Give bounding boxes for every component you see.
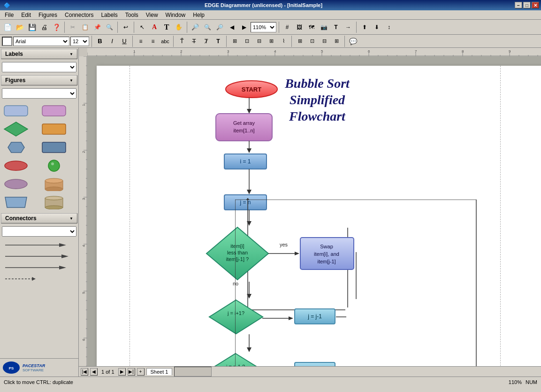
shape-trapezoid[interactable] bbox=[2, 194, 30, 210]
nav-prev[interactable]: ◀ bbox=[90, 368, 98, 376]
align-left-button[interactable]: ≡ bbox=[135, 36, 146, 47]
svg-point-11 bbox=[45, 178, 63, 183]
new-button[interactable]: 📄 bbox=[2, 22, 13, 33]
arrange2-button[interactable]: ⬇ bbox=[371, 22, 382, 33]
shape-hexagon[interactable] bbox=[2, 139, 30, 155]
italic-button[interactable]: I bbox=[107, 36, 118, 47]
close-button[interactable]: ✕ bbox=[532, 2, 539, 8]
sheet-scrollbar[interactable] bbox=[174, 367, 212, 377]
shape-oval-red[interactable] bbox=[2, 157, 30, 174]
menu-tools[interactable]: Tools bbox=[122, 11, 142, 19]
text-style1[interactable]: abc bbox=[160, 36, 171, 47]
zoom-in-button[interactable]: 🔎 bbox=[190, 22, 201, 33]
align2-button[interactable]: ⊞ bbox=[229, 36, 240, 47]
svg-marker-13 bbox=[5, 197, 27, 208]
pic1-button[interactable]: 🖼 bbox=[294, 22, 305, 33]
group2-button[interactable]: ⊡ bbox=[306, 36, 318, 47]
group4-button[interactable]: ⊞ bbox=[331, 36, 342, 47]
menu-help[interactable]: Help bbox=[189, 11, 208, 19]
shape-cylinder[interactable] bbox=[40, 176, 69, 192]
menu-window[interactable]: Window bbox=[162, 11, 190, 19]
text-bold2-button[interactable]: T bbox=[213, 36, 224, 47]
zoom-fit-button[interactable]: 🔍 bbox=[214, 22, 225, 33]
align4-button[interactable]: ⊟ bbox=[253, 36, 265, 47]
canvas-scroll[interactable]: Bubble SortSimplifiedFlowchart bbox=[87, 56, 541, 366]
undo-button[interactable]: ↩ bbox=[120, 22, 131, 33]
find-button[interactable]: 🔍 bbox=[104, 22, 115, 33]
shape-rect-darkblue[interactable] bbox=[40, 139, 69, 155]
arrange3-button[interactable]: ↕ bbox=[383, 22, 395, 33]
align3-button[interactable]: ⊡ bbox=[241, 36, 252, 47]
nav-next[interactable]: ▶ bbox=[118, 368, 126, 376]
menu-file[interactable]: File bbox=[1, 11, 17, 19]
node-get-array[interactable]: Get array item[1..n] bbox=[215, 113, 274, 143]
pic2-button[interactable]: 🗺 bbox=[306, 22, 317, 33]
pic3-button[interactable]: 📷 bbox=[318, 22, 329, 33]
figures-section-header[interactable]: Figures bbox=[1, 75, 77, 85]
group1-button[interactable]: ⊞ bbox=[294, 36, 305, 47]
connector-arrow[interactable] bbox=[2, 240, 76, 250]
nav-last[interactable]: ▶| bbox=[128, 368, 135, 376]
text-edit-button[interactable]: T bbox=[330, 22, 342, 33]
font-size-select[interactable]: 8 10 12 14 16 bbox=[70, 37, 89, 46]
underline-button[interactable]: U bbox=[119, 36, 130, 47]
menu-connectors[interactable]: Connectors bbox=[61, 11, 97, 19]
shape-rect-blue[interactable] bbox=[2, 102, 30, 119]
arrange1-button[interactable]: ⬆ bbox=[359, 22, 370, 33]
connector-style[interactable]: ⌇ bbox=[278, 36, 289, 47]
pan-button[interactable]: ✋ bbox=[173, 22, 184, 33]
zoom-out-button[interactable]: 🔍 bbox=[202, 22, 213, 33]
nav-add[interactable]: + bbox=[137, 368, 145, 376]
bold-button[interactable]: B bbox=[94, 36, 106, 47]
text-above-button[interactable]: T̄ bbox=[176, 36, 187, 47]
maximize-button[interactable]: □ bbox=[523, 2, 531, 8]
cut-button[interactable]: ✂ bbox=[67, 22, 78, 33]
minimize-button[interactable]: − bbox=[515, 2, 522, 8]
shape-rect-purple[interactable] bbox=[40, 102, 69, 119]
nav-first[interactable]: |◀ bbox=[81, 368, 88, 376]
connectors-select[interactable] bbox=[2, 226, 76, 237]
menu-view[interactable]: View bbox=[142, 11, 162, 19]
group3-button[interactable]: ⊟ bbox=[319, 36, 330, 47]
shape-cylinder2[interactable] bbox=[40, 194, 69, 210]
copy-button[interactable]: 📋 bbox=[79, 22, 91, 33]
figures-select[interactable] bbox=[2, 88, 76, 99]
select-button[interactable]: ↖ bbox=[137, 22, 148, 33]
shape-oval-purple[interactable] bbox=[2, 176, 30, 192]
connector-dash[interactable] bbox=[2, 274, 76, 284]
menu-labels[interactable]: Labels bbox=[97, 11, 121, 19]
labels-section-header[interactable]: Labels bbox=[1, 49, 77, 59]
connectors-section-header[interactable]: Connectors bbox=[1, 213, 77, 223]
shape-circle-green[interactable] bbox=[40, 157, 69, 174]
paste-button[interactable]: 📌 bbox=[91, 22, 103, 33]
navbar: |◀ ◀ 1 of 1 ▶ ▶| + Sheet 1 bbox=[79, 366, 541, 377]
zoom-prev-button[interactable]: ◀ bbox=[226, 22, 237, 33]
font-name-select[interactable]: Arial Times New Roman Courier bbox=[13, 37, 69, 46]
labels-select[interactable] bbox=[2, 62, 76, 72]
text-slant-button[interactable]: T̷ bbox=[200, 36, 212, 47]
save-button[interactable]: 💾 bbox=[26, 22, 38, 33]
grid-button[interactable]: # bbox=[282, 22, 293, 33]
zoom-select[interactable]: 50% 75% 100% 110% 125% 150% 200% bbox=[251, 22, 276, 32]
text-strike-button[interactable]: T̶ bbox=[188, 36, 199, 47]
help-button[interactable]: ❓ bbox=[51, 22, 62, 33]
print-button[interactable]: 🖨 bbox=[38, 22, 50, 33]
align5-button[interactable]: ⊞ bbox=[266, 36, 277, 47]
text-t-button[interactable]: T bbox=[161, 22, 172, 33]
diagram-canvas[interactable]: Bubble SortSimplifiedFlowchart bbox=[97, 66, 541, 366]
menu-edit[interactable]: Edit bbox=[17, 11, 35, 19]
sheet-tab-1[interactable]: Sheet 1 bbox=[146, 368, 173, 375]
arrow-r-button[interactable]: → bbox=[343, 22, 354, 33]
menu-figures[interactable]: Figures bbox=[35, 11, 61, 19]
shape-diamond-green[interactable] bbox=[2, 121, 30, 137]
callout-button[interactable]: 💬 bbox=[347, 36, 358, 47]
shape-rect-orange[interactable] bbox=[40, 121, 69, 137]
svg-point-7 bbox=[48, 160, 60, 171]
connector-bend[interactable] bbox=[2, 263, 76, 272]
open-button[interactable]: 📂 bbox=[14, 22, 25, 33]
zoom-next-button[interactable]: ▶ bbox=[238, 22, 250, 33]
align-center-button[interactable]: ≡ bbox=[147, 36, 159, 47]
text-a-button[interactable]: A bbox=[149, 22, 160, 33]
color-picker[interactable] bbox=[2, 37, 12, 46]
connector-line[interactable] bbox=[2, 252, 76, 261]
